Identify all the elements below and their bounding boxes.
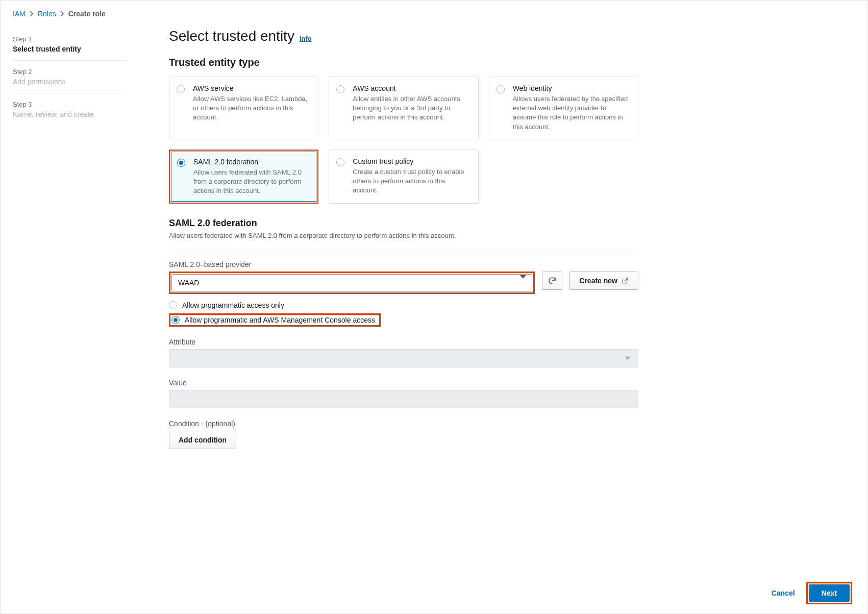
access-option-label: Allow programmatic access only [182, 301, 284, 309]
entity-title: Custom trust policy [353, 157, 469, 165]
caret-down-icon [625, 357, 631, 360]
entity-title: Web identity [513, 84, 630, 92]
info-link[interactable]: Info [300, 35, 312, 42]
refresh-icon [548, 276, 557, 285]
cancel-button[interactable]: Cancel [772, 589, 795, 597]
radio-icon [169, 301, 177, 309]
saml-section: SAML 2.0 federation Allow users federate… [169, 218, 638, 239]
attribute-select [169, 349, 638, 367]
step-2-num: Step 2 [13, 68, 126, 76]
entity-desc: Allow AWS services like EC2, Lambda, or … [193, 94, 310, 122]
step-3-num: Step 3 [13, 101, 126, 108]
entity-title: AWS service [193, 84, 310, 92]
external-link-icon [622, 277, 629, 284]
value-label: Value [169, 379, 638, 387]
access-option-programmatic-console[interactable]: Allow programmatic and AWS Management Co… [169, 313, 381, 327]
access-option-label: Allow programmatic and AWS Management Co… [185, 316, 375, 324]
refresh-button[interactable] [542, 272, 562, 290]
chevron-right-icon [60, 11, 64, 17]
step-2: Step 2 Add permissions [13, 61, 126, 93]
entity-desc: Allow entities in other AWS accounts bel… [353, 94, 469, 122]
access-option-programmatic-only[interactable]: Allow programmatic access only [169, 301, 638, 309]
condition-label: Condition - (optional) [169, 420, 638, 428]
provider-select[interactable]: WAAD [169, 272, 535, 294]
create-new-button[interactable]: Create new [569, 272, 638, 290]
wizard-footer: Cancel Next [772, 582, 852, 604]
divider [169, 250, 638, 250]
wizard-steps: Step 1 Select trusted entity Step 2 Add … [1, 23, 138, 449]
step-1-label: Select trusted entity [13, 45, 81, 53]
breadcrumb: IAM Roles Create role [1, 1, 867, 23]
breadcrumb-roles[interactable]: Roles [38, 10, 56, 18]
caret-down-icon [520, 279, 526, 287]
attribute-label: Attribute [169, 338, 638, 346]
value-input [169, 390, 638, 408]
provider-label: SAML 2.0–based provider [169, 260, 638, 268]
step-1-num: Step 1 [13, 35, 126, 43]
radio-icon [177, 159, 185, 167]
provider-value: WAAD [178, 279, 199, 287]
radio-icon [171, 316, 180, 324]
radio-icon [497, 85, 505, 93]
breadcrumb-iam[interactable]: IAM [13, 10, 26, 18]
main-content: Select trusted entity Info Trusted entit… [138, 23, 669, 449]
step-3: Step 3 Name, review, and create [13, 93, 126, 126]
entity-aws-account[interactable]: AWS account Allow entities in other AWS … [329, 77, 478, 139]
step-1[interactable]: Step 1 Select trusted entity [13, 28, 126, 61]
radio-icon [177, 85, 185, 93]
entity-web-identity[interactable]: Web identity Allows users federated by t… [489, 77, 638, 139]
saml-section-desc: Allow users federated with SAML 2.0 from… [169, 232, 638, 239]
entity-aws-service[interactable]: AWS service Allow AWS services like EC2,… [169, 77, 318, 139]
entity-desc: Allows users federated by the specified … [513, 94, 630, 132]
entity-desc: Allow users federated with SAML 2.0 from… [193, 168, 309, 196]
entity-custom-trust-policy[interactable]: Custom trust policy Create a custom trus… [329, 150, 478, 204]
entity-desc: Create a custom trust policy to enable o… [353, 167, 469, 195]
next-button[interactable]: Next [809, 584, 850, 602]
chevron-right-icon [30, 11, 34, 17]
radio-icon [336, 158, 344, 166]
add-condition-button[interactable]: Add condition [169, 431, 236, 449]
page-title: Select trusted entity [169, 28, 294, 44]
step-3-label: Name, review, and create [13, 110, 94, 118]
entity-title: SAML 2.0 federation [193, 158, 309, 166]
radio-icon [336, 85, 344, 93]
step-2-label: Add permissions [13, 78, 66, 86]
breadcrumb-current: Create role [68, 10, 106, 18]
saml-section-title: SAML 2.0 federation [169, 218, 638, 229]
entity-saml-federation[interactable]: SAML 2.0 federation Allow users federate… [169, 150, 318, 204]
entity-type-grid: AWS service Allow AWS services like EC2,… [169, 77, 638, 204]
entity-type-heading: Trusted entity type [169, 57, 638, 68]
add-condition-label: Add condition [179, 436, 227, 444]
entity-title: AWS account [353, 84, 469, 92]
create-new-label: Create new [579, 277, 617, 285]
